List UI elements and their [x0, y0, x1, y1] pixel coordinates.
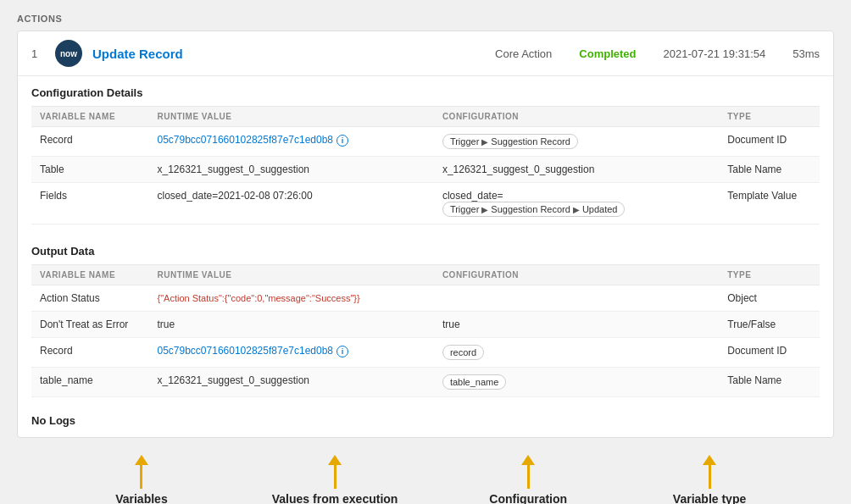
table-row: Don't Treat as ErrortruetrueTrue/False: [31, 312, 820, 338]
config-table-header: VARIABLE NAME RUNTIME VALUE CONFIGURATIO…: [31, 107, 820, 127]
config-pill: table_name: [442, 374, 507, 390]
runtime-cell: {"Action Status":{"code":0,"message":"Su…: [149, 285, 434, 312]
config-pill: Trigger ▶ Suggestion Record: [442, 134, 578, 149]
no-logs: No Logs: [18, 407, 833, 437]
config-section-title: Configuration Details: [31, 86, 820, 99]
col-header-runtime: RUNTIME VALUE: [149, 107, 434, 127]
out-col-header-varname: VARIABLE NAME: [31, 265, 149, 285]
output-section: Output Data VARIABLE NAME RUNTIME VALUE …: [18, 235, 833, 397]
col-header-varname: VARIABLE NAME: [31, 107, 149, 127]
output-section-title: Output Data: [31, 245, 820, 258]
table-row: Record05c79bcc071660102825f87e7c1ed0b8ir…: [31, 338, 820, 368]
type-cell: Object: [719, 285, 820, 312]
type-cell: Table Name: [719, 157, 820, 183]
action-title: Update Record: [92, 47, 485, 61]
runtime-cell: closed_date=2021-02-08 07:26:00: [149, 183, 434, 224]
config-cell: table_name: [434, 368, 719, 397]
var-name-cell: table_name: [31, 368, 149, 397]
annotation-item: Variable type: [659, 455, 760, 504]
config-cell: Trigger ▶ Suggestion Record: [434, 127, 719, 157]
config-section: Configuration Details VARIABLE NAME RUNT…: [18, 76, 833, 224]
annotation-item: Configuration: [477, 455, 579, 504]
annotation-label: Values from execution: [272, 492, 398, 504]
action-number: 1: [31, 47, 45, 60]
action-timestamp: 2021-07-21 19:31:54: [663, 47, 765, 60]
now-logo: now: [55, 40, 82, 67]
col-header-type: TYPE: [719, 107, 820, 127]
out-col-header-config: CONFIGURATION: [434, 265, 719, 285]
var-name-cell: Fields: [31, 183, 149, 224]
col-header-config: CONFIGURATION: [434, 107, 719, 127]
config-cell: true: [434, 312, 719, 338]
runtime-cell: x_126321_suggest_0_suggestion: [149, 368, 434, 397]
config-cell: [434, 285, 719, 312]
annotation-arrow-icon: [135, 455, 148, 489]
annotation-arrow-icon: [703, 455, 716, 489]
type-cell: Document ID: [719, 127, 820, 157]
table-row: Fieldsclosed_date=2021-02-08 07:26:00clo…: [31, 183, 820, 224]
type-cell: True/False: [719, 312, 820, 338]
config-table: VARIABLE NAME RUNTIME VALUE CONFIGURATIO…: [31, 106, 820, 224]
runtime-cell: x_126321_suggest_0_suggestion: [149, 157, 434, 183]
annotation-label: Variables: [115, 492, 168, 504]
annotation-label: Variable type: [673, 492, 746, 504]
config-pill: record: [442, 345, 484, 360]
var-name-cell: Record: [31, 127, 149, 157]
config-pill: Trigger ▶ Suggestion Record ▶ Updated: [442, 202, 626, 217]
runtime-cell: true: [149, 312, 434, 338]
action-meta: Core Action Completed 2021-07-21 19:31:5…: [495, 47, 820, 60]
annotation-bar: VariablesValues from executionConfigurat…: [0, 438, 851, 504]
annotation-item: Values from execution: [272, 455, 398, 504]
table-row: Action Status{"Action Status":{"code":0,…: [31, 285, 820, 312]
var-name-cell: Record: [31, 338, 149, 368]
out-col-header-runtime: RUNTIME VALUE: [149, 265, 434, 285]
runtime-cell: 05c79bcc071660102825f87e7c1ed0b8i: [149, 338, 434, 368]
out-col-header-type: TYPE: [719, 265, 820, 285]
annotation-arrow-icon: [328, 455, 342, 489]
core-action-label: Core Action: [495, 47, 552, 60]
info-icon[interactable]: i: [337, 346, 348, 357]
type-cell: Table Name: [719, 368, 820, 397]
actions-heading: ACTIONS: [17, 14, 834, 24]
table-row: Tablex_126321_suggest_0_suggestionx_1263…: [31, 157, 820, 183]
output-table-header: VARIABLE NAME RUNTIME VALUE CONFIGURATIO…: [31, 265, 820, 285]
var-name-cell: Table: [31, 157, 149, 183]
annotation-item: Variables: [91, 455, 192, 504]
config-cell: x_126321_suggest_0_suggestion: [434, 157, 719, 183]
action-panel: 1 now Update Record Core Action Complete…: [17, 30, 834, 438]
config-cell: closed_date=Trigger ▶ Suggestion Record …: [434, 183, 719, 224]
runtime-link[interactable]: 05c79bcc071660102825f87e7c1ed0b8: [158, 345, 334, 357]
annotation-label: Configuration: [489, 492, 567, 504]
action-duration: 53ms: [793, 47, 820, 60]
table-row: table_namex_126321_suggest_0_suggestiont…: [31, 368, 820, 397]
status-badge: Completed: [579, 47, 636, 60]
type-cell: Document ID: [719, 338, 820, 368]
action-header: 1 now Update Record Core Action Complete…: [18, 31, 833, 76]
output-table: VARIABLE NAME RUNTIME VALUE CONFIGURATIO…: [31, 264, 820, 397]
runtime-cell: 05c79bcc071660102825f87e7c1ed0b8i: [149, 127, 434, 157]
info-icon[interactable]: i: [337, 135, 348, 147]
type-cell: Template Value: [719, 183, 820, 224]
var-name-cell: Don't Treat as Error: [31, 312, 149, 338]
config-cell: record: [434, 338, 719, 368]
annotation-arrow-icon: [521, 455, 535, 489]
runtime-link[interactable]: 05c79bcc071660102825f87e7c1ed0b8: [158, 134, 334, 146]
table-row: Record05c79bcc071660102825f87e7c1ed0b8iT…: [31, 127, 820, 157]
var-name-cell: Action Status: [31, 285, 149, 312]
